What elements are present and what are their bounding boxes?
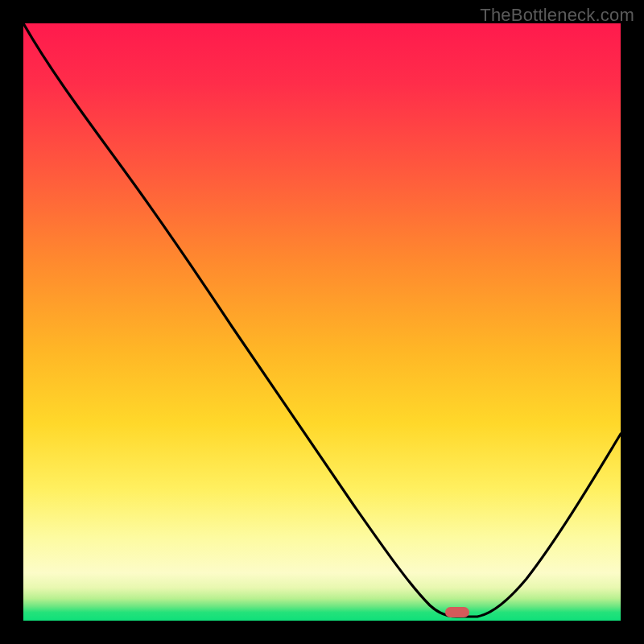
curve-layer	[23, 23, 621, 621]
attribution-text: TheBottleneck.com	[480, 5, 634, 26]
optimum-marker	[445, 607, 469, 617]
bottleneck-curve	[23, 23, 621, 617]
chart-frame: TheBottleneck.com	[0, 0, 644, 644]
